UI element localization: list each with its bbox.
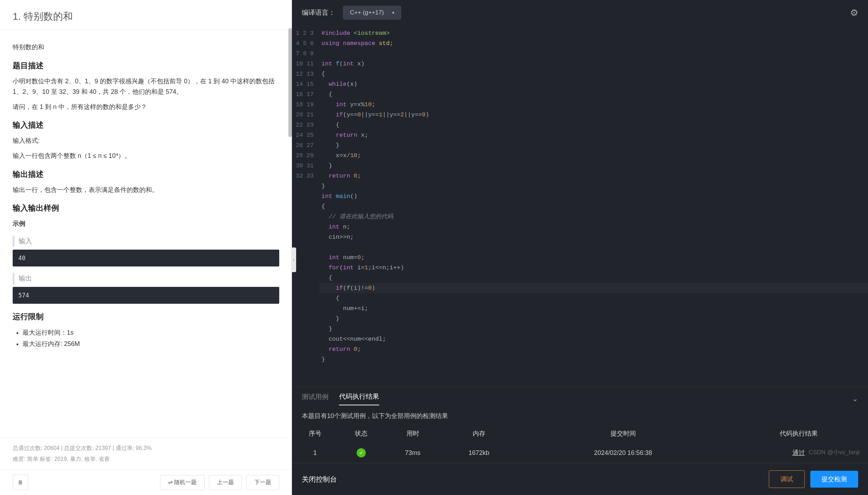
- output-heading: 输出描述: [13, 169, 279, 180]
- submit-button[interactable]: 提交检测: [810, 471, 858, 488]
- compiler-label: 编译语言：: [302, 8, 335, 17]
- language-value: C++ (g++17): [350, 9, 384, 16]
- tab-testcase[interactable]: 测试用例: [302, 392, 328, 405]
- table-row: 1 ✓ 73ms 1672kb 2024/02/20 16:56:38 通过: [292, 443, 868, 463]
- input-heading: 输入描述: [13, 120, 279, 130]
- language-select[interactable]: C++ (g++17) ▾: [343, 6, 401, 20]
- next-button[interactable]: 下一题: [246, 475, 279, 490]
- meta-line: 难度: 简单 标签: 2019, 暴力, 枚举, 省赛: [13, 454, 279, 464]
- scrollbar-thumb[interactable]: [288, 28, 292, 137]
- th-mem: 内存: [441, 424, 517, 443]
- th-result: 代码执行结果: [729, 424, 868, 443]
- sample-input: 40: [13, 250, 279, 266]
- debug-button[interactable]: 调试: [769, 470, 805, 488]
- cell-no: 1: [292, 443, 338, 463]
- limits-heading: 运行限制: [13, 311, 279, 322]
- limit-mem: 最大运行内存: 256M: [23, 338, 279, 349]
- result-note: 本题目有10个测试用例，以下为全部用例的检测结果: [292, 405, 868, 424]
- th-status: 状态: [338, 424, 385, 443]
- chevron-down-icon[interactable]: ⌄: [852, 394, 858, 403]
- problem-number-title: 1. 特别数的和: [0, 0, 292, 30]
- cell-submitted: 2024/02/20 16:56:38: [517, 443, 729, 463]
- chevron-down-icon: ▾: [392, 10, 394, 15]
- problem-title: 特别数的和: [13, 42, 279, 53]
- result-table: 序号 状态 用时 内存 提交时间 代码执行结果 1 ✓ 73ms 1672kb …: [292, 424, 868, 463]
- desc-heading: 题目描述: [13, 60, 279, 71]
- cell-time: 73ms: [384, 443, 441, 463]
- input-format-label: 输入格式:: [13, 135, 279, 146]
- th-submitted: 提交时间: [517, 424, 729, 443]
- input-desc: 输入一行包含两个整数 n（1 ≤ n ≤ 10⁴）。: [13, 150, 279, 161]
- line-gutter: 1 2 3 4 5 6 7 8 9 10 11 12 13 14 15 16 1…: [292, 28, 321, 387]
- th-no: 序号: [292, 424, 338, 443]
- check-icon: ✓: [357, 448, 366, 457]
- cell-status: ✓: [338, 443, 385, 463]
- close-console-label[interactable]: 关闭控制台: [302, 475, 337, 484]
- list-icon[interactable]: ☰: [13, 475, 28, 490]
- results-panel: 测试用例 代码执行结果 ⌄ 本题目有10个测试用例，以下为全部用例的检测结果 序…: [292, 387, 868, 463]
- problem-body: 特别数的和 题目描述 小明对数位中含有 2、0、1、9 的数字很感兴趣（不包括前…: [0, 30, 292, 438]
- code-content[interactable]: #include <iostream> using namespace std;…: [321, 28, 868, 387]
- tab-result[interactable]: 代码执行结果: [339, 392, 379, 405]
- limit-time: 最大运行时间：1s: [23, 327, 279, 338]
- sample-output: 574: [13, 287, 279, 304]
- cell-mem: 1672kb: [441, 443, 517, 463]
- cell-result[interactable]: 通过: [729, 443, 868, 463]
- input-label: 输入: [13, 236, 279, 247]
- desc-p2: 请问，在 1 到 n 中，所有这样的数的和是多少？: [13, 102, 279, 112]
- th-time: 用时: [384, 424, 441, 443]
- output-label: 输出: [13, 273, 279, 284]
- sample-heading: 输入输出样例: [13, 203, 279, 213]
- gear-icon[interactable]: ⚙: [850, 7, 858, 18]
- random-button[interactable]: ⇌ 随机一题: [160, 475, 205, 490]
- stats: 总通过次数: 20604 | 总提交次数: 21397 | 通过率: 96.3%…: [0, 438, 292, 469]
- stats-line: 总通过次数: 20604 | 总提交次数: 21397 | 通过率: 96.3%: [13, 443, 279, 454]
- collapse-handle[interactable]: ‹: [291, 248, 296, 272]
- prev-button[interactable]: 上一题: [209, 475, 242, 490]
- desc-p1: 小明对数位中含有 2、0、1、9 的数字很感兴趣（不包括前导 0），在 1 到 …: [13, 76, 279, 97]
- output-desc: 输出一行，包含一个整数，表示满足条件的数的和。: [13, 185, 279, 195]
- sample-label: 示例: [13, 218, 279, 229]
- code-editor[interactable]: 1 2 3 4 5 6 7 8 9 10 11 12 13 14 15 16 1…: [292, 25, 868, 387]
